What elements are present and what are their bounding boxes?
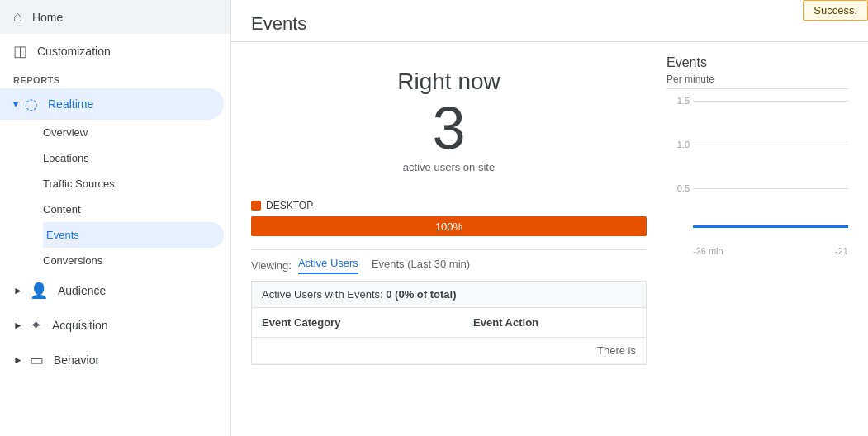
gridline-3: 0.5: [666, 183, 848, 193]
desktop-dot: [251, 201, 261, 211]
right-now-section: Right now 3 active users on site: [251, 55, 647, 193]
events-label: Events: [46, 229, 79, 241]
acquisition-icon: ✦: [30, 316, 42, 334]
sidebar-item-audience[interactable]: ► 👤 Audience: [0, 273, 230, 308]
behavior-icon: ▭: [30, 351, 44, 369]
gridline-label-2: 1.0: [666, 140, 690, 149]
chart-title: Events: [666, 55, 848, 70]
realtime-submenu: Overview Locations Traffic Sources Conte…: [0, 120, 230, 273]
gridline-line-1: [693, 101, 848, 102]
xaxis-label-1: -26 min: [693, 246, 723, 256]
locations-label: Locations: [43, 152, 89, 164]
sidebar-item-realtime[interactable]: ▾ ◌ Realtime: [0, 88, 224, 120]
table-info-value: 0 (0% of total): [386, 288, 456, 301]
clock-icon: ◌: [25, 95, 38, 113]
gridline-label-3: 0.5: [666, 183, 690, 193]
sidebar: ⌂ Home ◫ Customization REPORTS ▾ ◌ Realt…: [0, 0, 231, 436]
col-event-category: Event Category: [252, 308, 463, 338]
progress-bar-label: 100%: [435, 220, 462, 233]
sidebar-acquisition-label: Acquisition: [52, 319, 108, 332]
customization-icon: ◫: [13, 42, 27, 60]
sidebar-item-acquisition[interactable]: ► ✦ Acquisition: [0, 308, 230, 343]
col-event-action: Event Action: [463, 308, 646, 338]
home-icon: ⌂: [13, 8, 22, 26]
viewing-row: Viewing: Active Users Events (Last 30 mi…: [251, 249, 647, 274]
desktop-label: DESKTOP: [266, 200, 313, 211]
events-table: Event Category Event Action There is: [252, 308, 646, 364]
chart-xaxis: -26 min -21: [666, 244, 848, 256]
sidebar-item-content[interactable]: Content: [43, 197, 230, 222]
content-area: Right now 3 active users on site DESKTOP…: [231, 42, 868, 378]
chart-area: 1.5 1.0 0.5: [666, 96, 848, 244]
overview-label: Overview: [43, 126, 88, 139]
gridline-2: 1.0: [666, 140, 848, 149]
toast-text: Success.: [813, 4, 857, 17]
sidebar-item-overview[interactable]: Overview: [43, 120, 230, 145]
device-section: DESKTOP 100%: [251, 200, 647, 236]
sidebar-customization-label: Customization: [37, 45, 111, 58]
progress-bar-fill: 100%: [251, 216, 647, 236]
traffic-sources-label: Traffic Sources: [43, 178, 115, 190]
sidebar-item-customization[interactable]: ◫ Customization: [0, 34, 230, 69]
sidebar-realtime-label: Realtime: [48, 97, 93, 111]
chart-subtitle: Per minute: [666, 73, 848, 89]
reports-section-label: REPORTS: [0, 69, 230, 88]
main-content: Success. Events Right now 3 active users…: [231, 0, 868, 436]
table-row: There is: [252, 338, 646, 364]
page-title: Events: [251, 13, 848, 35]
success-toast: Success.: [803, 0, 868, 21]
device-label: DESKTOP: [251, 200, 647, 211]
sidebar-home-label: Home: [32, 11, 63, 24]
sidebar-behavior-label: Behavior: [54, 353, 99, 367]
gridline-line-3: [693, 188, 848, 189]
viewing-label: Viewing:: [251, 259, 292, 272]
table-info-prefix: Active Users with Events:: [262, 288, 386, 301]
expand-icon: ▾: [13, 98, 18, 110]
sidebar-item-traffic-sources[interactable]: Traffic Sources: [43, 171, 230, 197]
right-panel: Events Per minute 1.5 1.0 0.5: [666, 55, 848, 365]
right-now-number: 3: [251, 98, 647, 158]
acquisition-expand-icon: ►: [13, 320, 23, 331]
chart-panel: Events Per minute 1.5 1.0 0.5: [666, 55, 848, 256]
chart-blue-line: [693, 225, 848, 228]
right-now-title: Right now: [251, 69, 647, 95]
table-info-row: Active Users with Events: 0 (0% of total…: [252, 282, 646, 308]
sidebar-item-conversions[interactable]: Conversions: [43, 248, 230, 273]
gridline-1: 1.5: [666, 96, 848, 106]
gridline-line-2: [693, 145, 848, 145]
content-label: Content: [43, 203, 81, 216]
sidebar-item-locations[interactable]: Locations: [43, 145, 230, 171]
tab-events-30min[interactable]: Events (Last 30 min): [372, 258, 470, 273]
sidebar-item-events[interactable]: Events: [43, 222, 224, 248]
progress-bar-container: 100%: [251, 216, 647, 236]
behavior-expand-icon: ►: [13, 354, 23, 366]
page-header: Events: [231, 0, 868, 42]
xaxis-label-2: -21: [835, 246, 848, 256]
tab-active-users[interactable]: Active Users: [298, 257, 358, 274]
audience-icon: 👤: [30, 282, 48, 300]
sidebar-audience-label: Audience: [58, 284, 106, 297]
right-now-label: active users on site: [251, 161, 647, 173]
table-there-is: There is: [252, 338, 646, 364]
chart-gridlines: 1.5 1.0 0.5: [666, 96, 848, 228]
conversions-label: Conversions: [43, 254, 102, 267]
sidebar-item-home[interactable]: ⌂ Home: [0, 0, 230, 34]
left-panel: Right now 3 active users on site DESKTOP…: [251, 55, 647, 365]
gridline-label-1: 1.5: [666, 96, 690, 106]
audience-expand-icon: ►: [13, 285, 23, 296]
events-table-section: Active Users with Events: 0 (0% of total…: [251, 281, 647, 365]
sidebar-item-behavior[interactable]: ► ▭ Behavior: [0, 343, 230, 377]
